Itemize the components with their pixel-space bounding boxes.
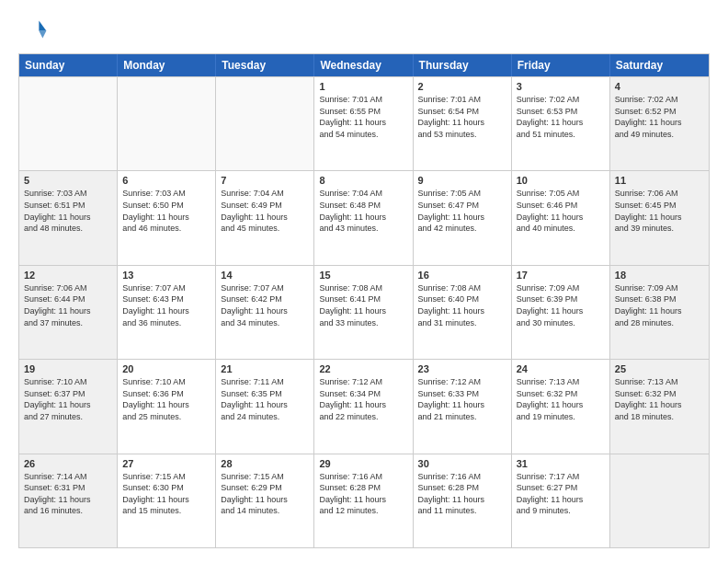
day-number: 13 — [122, 270, 210, 281]
day-info: Sunrise: 7:01 AM Sunset: 6:54 PM Dayligh… — [418, 94, 506, 140]
day-number: 18 — [615, 270, 704, 281]
svg-marker-1 — [39, 31, 46, 39]
calendar-cell: 29Sunrise: 7:16 AM Sunset: 6:28 PM Dayli… — [314, 454, 413, 547]
day-number: 28 — [221, 458, 309, 469]
day-number: 25 — [615, 363, 704, 374]
calendar-cell: 2Sunrise: 7:01 AM Sunset: 6:54 PM Daylig… — [414, 77, 512, 170]
calendar-cell: 6Sunrise: 7:03 AM Sunset: 6:50 PM Daylig… — [118, 171, 216, 264]
calendar-row: 19Sunrise: 7:10 AM Sunset: 6:37 PM Dayli… — [19, 359, 709, 453]
day-info: Sunrise: 7:12 AM Sunset: 6:34 PM Dayligh… — [319, 376, 407, 422]
svg-marker-0 — [39, 20, 46, 30]
day-number: 7 — [221, 175, 309, 186]
weekday-header: Thursday — [414, 54, 512, 76]
day-info: Sunrise: 7:11 AM Sunset: 6:35 PM Dayligh… — [221, 376, 309, 422]
day-info: Sunrise: 7:08 AM Sunset: 6:41 PM Dayligh… — [319, 282, 407, 328]
calendar-cell: 26Sunrise: 7:14 AM Sunset: 6:31 PM Dayli… — [19, 454, 118, 547]
calendar-cell: 16Sunrise: 7:08 AM Sunset: 6:40 PM Dayli… — [414, 266, 512, 359]
logo — [18, 15, 51, 44]
day-info: Sunrise: 7:04 AM Sunset: 6:48 PM Dayligh… — [319, 188, 407, 234]
day-info: Sunrise: 7:09 AM Sunset: 6:38 PM Dayligh… — [615, 282, 704, 328]
day-info: Sunrise: 7:12 AM Sunset: 6:33 PM Dayligh… — [418, 376, 506, 422]
day-info: Sunrise: 7:04 AM Sunset: 6:49 PM Dayligh… — [221, 188, 309, 234]
page: SundayMondayTuesdayWednesdayThursdayFrid… — [0, 0, 728, 563]
day-info: Sunrise: 7:05 AM Sunset: 6:47 PM Dayligh… — [418, 188, 506, 234]
calendar-cell: 5Sunrise: 7:03 AM Sunset: 6:51 PM Daylig… — [19, 171, 118, 264]
day-info: Sunrise: 7:13 AM Sunset: 6:32 PM Dayligh… — [517, 376, 605, 422]
calendar-cell: 23Sunrise: 7:12 AM Sunset: 6:33 PM Dayli… — [414, 360, 512, 453]
calendar-cell — [118, 77, 216, 170]
calendar-cell: 14Sunrise: 7:07 AM Sunset: 6:42 PM Dayli… — [216, 266, 314, 359]
calendar-cell: 17Sunrise: 7:09 AM Sunset: 6:39 PM Dayli… — [512, 266, 610, 359]
calendar-cell: 4Sunrise: 7:02 AM Sunset: 6:52 PM Daylig… — [610, 77, 709, 170]
weekday-header: Wednesday — [314, 54, 413, 76]
calendar-cell: 20Sunrise: 7:10 AM Sunset: 6:36 PM Dayli… — [118, 360, 216, 453]
header — [18, 15, 710, 44]
day-info: Sunrise: 7:03 AM Sunset: 6:51 PM Dayligh… — [24, 188, 112, 234]
logo-icon — [18, 15, 48, 44]
day-number: 11 — [615, 175, 704, 186]
calendar-cell: 19Sunrise: 7:10 AM Sunset: 6:37 PM Dayli… — [19, 360, 118, 453]
calendar-cell: 10Sunrise: 7:05 AM Sunset: 6:46 PM Dayli… — [512, 171, 610, 264]
day-info: Sunrise: 7:03 AM Sunset: 6:50 PM Dayligh… — [122, 188, 210, 234]
calendar-cell: 13Sunrise: 7:07 AM Sunset: 6:43 PM Dayli… — [118, 266, 216, 359]
day-number: 30 — [418, 458, 506, 469]
day-number: 17 — [517, 270, 605, 281]
day-info: Sunrise: 7:10 AM Sunset: 6:36 PM Dayligh… — [122, 376, 210, 422]
weekday-header: Saturday — [610, 54, 709, 76]
day-info: Sunrise: 7:06 AM Sunset: 6:45 PM Dayligh… — [615, 188, 704, 234]
calendar-cell: 12Sunrise: 7:06 AM Sunset: 6:44 PM Dayli… — [19, 266, 118, 359]
day-number: 19 — [24, 363, 112, 374]
day-number: 23 — [418, 363, 506, 374]
calendar-cell — [19, 77, 118, 170]
day-number: 9 — [418, 175, 506, 186]
day-info: Sunrise: 7:07 AM Sunset: 6:43 PM Dayligh… — [122, 282, 210, 328]
calendar-row: 1Sunrise: 7:01 AM Sunset: 6:55 PM Daylig… — [19, 76, 709, 170]
day-number: 14 — [221, 270, 309, 281]
day-number: 16 — [418, 270, 506, 281]
day-number: 12 — [24, 270, 112, 281]
day-number: 5 — [24, 175, 112, 186]
calendar-cell: 28Sunrise: 7:15 AM Sunset: 6:29 PM Dayli… — [216, 454, 314, 547]
weekday-header: Monday — [118, 54, 216, 76]
day-info: Sunrise: 7:16 AM Sunset: 6:28 PM Dayligh… — [319, 471, 407, 517]
calendar-cell — [216, 77, 314, 170]
weekday-header: Friday — [512, 54, 610, 76]
calendar-cell: 18Sunrise: 7:09 AM Sunset: 6:38 PM Dayli… — [610, 266, 709, 359]
day-number: 31 — [517, 458, 605, 469]
day-number: 3 — [517, 81, 605, 92]
day-number: 20 — [122, 363, 210, 374]
day-number: 22 — [319, 363, 407, 374]
day-info: Sunrise: 7:08 AM Sunset: 6:40 PM Dayligh… — [418, 282, 506, 328]
day-number: 27 — [122, 458, 210, 469]
calendar-cell: 27Sunrise: 7:15 AM Sunset: 6:30 PM Dayli… — [118, 454, 216, 547]
day-info: Sunrise: 7:01 AM Sunset: 6:55 PM Dayligh… — [319, 94, 407, 140]
day-number: 8 — [319, 175, 407, 186]
calendar-cell: 15Sunrise: 7:08 AM Sunset: 6:41 PM Dayli… — [314, 266, 413, 359]
day-info: Sunrise: 7:15 AM Sunset: 6:29 PM Dayligh… — [221, 471, 309, 517]
day-info: Sunrise: 7:02 AM Sunset: 6:52 PM Dayligh… — [615, 94, 704, 140]
calendar-cell: 25Sunrise: 7:13 AM Sunset: 6:32 PM Dayli… — [610, 360, 709, 453]
calendar-cell: 3Sunrise: 7:02 AM Sunset: 6:53 PM Daylig… — [512, 77, 610, 170]
day-number: 10 — [517, 175, 605, 186]
day-number: 1 — [319, 81, 407, 92]
calendar-row: 26Sunrise: 7:14 AM Sunset: 6:31 PM Dayli… — [19, 454, 709, 547]
day-info: Sunrise: 7:02 AM Sunset: 6:53 PM Dayligh… — [517, 94, 605, 140]
day-number: 21 — [221, 363, 309, 374]
day-info: Sunrise: 7:07 AM Sunset: 6:42 PM Dayligh… — [221, 282, 309, 328]
calendar-cell: 11Sunrise: 7:06 AM Sunset: 6:45 PM Dayli… — [610, 171, 709, 264]
day-info: Sunrise: 7:09 AM Sunset: 6:39 PM Dayligh… — [517, 282, 605, 328]
weekday-header: Tuesday — [216, 54, 314, 76]
day-info: Sunrise: 7:13 AM Sunset: 6:32 PM Dayligh… — [615, 376, 704, 422]
day-info: Sunrise: 7:16 AM Sunset: 6:28 PM Dayligh… — [418, 471, 506, 517]
calendar-cell — [610, 454, 709, 547]
day-number: 2 — [418, 81, 506, 92]
calendar-header: SundayMondayTuesdayWednesdayThursdayFrid… — [19, 54, 709, 76]
calendar-cell: 22Sunrise: 7:12 AM Sunset: 6:34 PM Dayli… — [314, 360, 413, 453]
day-info: Sunrise: 7:15 AM Sunset: 6:30 PM Dayligh… — [122, 471, 210, 517]
weekday-header: Sunday — [19, 54, 118, 76]
day-number: 29 — [319, 458, 407, 469]
day-number: 26 — [24, 458, 112, 469]
day-info: Sunrise: 7:10 AM Sunset: 6:37 PM Dayligh… — [24, 376, 112, 422]
calendar-cell: 1Sunrise: 7:01 AM Sunset: 6:55 PM Daylig… — [314, 77, 413, 170]
calendar-body: 1Sunrise: 7:01 AM Sunset: 6:55 PM Daylig… — [19, 76, 709, 547]
